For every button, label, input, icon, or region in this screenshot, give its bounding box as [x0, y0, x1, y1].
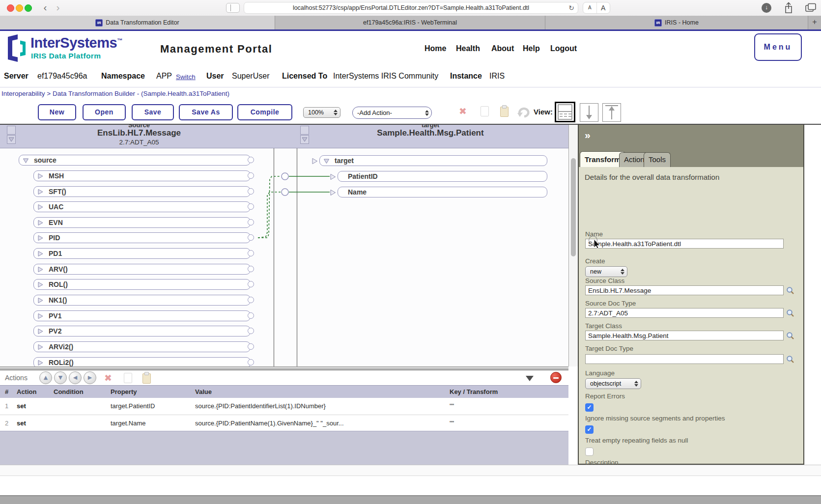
- expand-triangle-icon[interactable]: [37, 251, 43, 257]
- font-larger-button[interactable]: A: [597, 2, 610, 13]
- search-doctype-icon[interactable]: [786, 309, 794, 317]
- connector-port[interactable]: [248, 328, 254, 334]
- expand-triangle-icon[interactable]: [37, 328, 43, 335]
- search-doctype-icon[interactable]: [786, 355, 794, 364]
- zoom-window-button[interactable]: [25, 4, 32, 12]
- zoom-select[interactable]: 100%: [303, 107, 340, 118]
- source-doc-type-field[interactable]: [585, 308, 784, 318]
- connector-port[interactable]: [248, 157, 254, 163]
- connector-port[interactable]: [248, 234, 254, 241]
- tree-row-pv2[interactable]: PV2: [33, 326, 251, 336]
- connector-port[interactable]: [248, 343, 254, 350]
- nav-home[interactable]: Home: [425, 44, 446, 53]
- view-top-button[interactable]: [602, 103, 621, 122]
- tree-row-msh[interactable]: MSH: [33, 170, 251, 181]
- expand-triangle-icon[interactable]: [37, 235, 43, 241]
- expand-triangle-icon[interactable]: [37, 266, 43, 273]
- search-class-icon[interactable]: [786, 286, 794, 295]
- forward-button[interactable]: ›: [52, 1, 64, 13]
- collapse-panel-icon[interactable]: [526, 376, 534, 381]
- expand-triangle-icon[interactable]: [37, 360, 43, 366]
- name-field[interactable]: [585, 239, 784, 249]
- connector-port[interactable]: [248, 266, 254, 272]
- source-class-field[interactable]: [585, 285, 784, 295]
- tree-row-evn[interactable]: EVN: [33, 217, 251, 228]
- open-button[interactable]: Open: [83, 104, 126, 120]
- treat-empty-checkbox[interactable]: [585, 448, 594, 456]
- save-button[interactable]: Save: [132, 104, 174, 120]
- connector-port[interactable]: [248, 172, 254, 179]
- connector-port[interactable]: [248, 312, 254, 319]
- tree-row-pid[interactable]: PID: [33, 232, 251, 243]
- tab-tools[interactable]: Tools: [644, 152, 671, 167]
- tree-row-target-root[interactable]: target: [319, 155, 547, 166]
- connector-node[interactable]: [282, 173, 288, 180]
- move-down-button[interactable]: ▼: [54, 371, 67, 384]
- share-icon[interactable]: [784, 2, 793, 14]
- add-action-select[interactable]: -Add Action-: [352, 107, 432, 119]
- diagram-vertical-scrollbar[interactable]: [568, 125, 578, 366]
- tree-row-name[interactable]: Name: [338, 187, 547, 197]
- sidebar-toggle-icon[interactable]: [226, 3, 240, 13]
- expand-triangle-icon[interactable]: [37, 204, 43, 210]
- nav-health[interactable]: Health: [456, 44, 480, 53]
- target-class-field[interactable]: [585, 331, 784, 340]
- connector-port[interactable]: [248, 219, 254, 225]
- expand-triangle-icon[interactable]: [37, 281, 43, 288]
- view-bottom-button[interactable]: [580, 103, 598, 122]
- compile-button[interactable]: Compile: [237, 104, 292, 120]
- outdent-button[interactable]: ◀: [69, 371, 82, 384]
- tree-row-arvi2[interactable]: ARVi2(): [33, 341, 251, 352]
- tree-row-uac[interactable]: UAC: [33, 201, 251, 212]
- nav-about[interactable]: About: [491, 44, 514, 53]
- connector-port[interactable]: [248, 250, 254, 256]
- search-class-icon[interactable]: [786, 332, 794, 340]
- ignore-missing-checkbox[interactable]: ✓: [585, 425, 594, 434]
- expand-triangle-icon[interactable]: [37, 297, 43, 304]
- connector-port[interactable]: [248, 359, 254, 365]
- collapse-panel-icon[interactable]: »: [585, 129, 591, 141]
- back-button[interactable]: ‹: [39, 1, 51, 13]
- tab-data-transformation-editor[interactable]: IR Data Transformation Editor: [0, 16, 275, 29]
- font-smaller-button[interactable]: A: [583, 2, 597, 13]
- font-size-buttons[interactable]: A A: [583, 2, 610, 14]
- connector-port[interactable]: [248, 203, 254, 210]
- new-tab-button[interactable]: +: [808, 16, 821, 29]
- expand-triangle-icon[interactable]: [37, 173, 43, 179]
- report-errors-checkbox[interactable]: ✓: [585, 403, 594, 412]
- remove-panel-button[interactable]: [550, 372, 562, 383]
- menu-button[interactable]: Menu: [754, 33, 802, 61]
- connector-port[interactable]: [248, 297, 254, 303]
- tree-row-roli2[interactable]: ROLi2(): [33, 357, 251, 366]
- scroll-up-control[interactable]: [7, 126, 16, 135]
- indent-button[interactable]: ▶: [84, 371, 96, 384]
- switch-link[interactable]: Switch: [176, 73, 196, 81]
- language-select[interactable]: objectscript: [585, 378, 641, 389]
- nav-logout[interactable]: Logout: [550, 44, 577, 53]
- connector-node[interactable]: [282, 189, 288, 196]
- tree-row-nk1[interactable]: NK1(): [33, 295, 251, 306]
- expand-triangle-icon[interactable]: [37, 313, 43, 319]
- horizontal-splitter[interactable]: [0, 366, 568, 370]
- breadcrumb[interactable]: Interoperability > Data Transformation B…: [1, 90, 229, 97]
- expand-triangle-icon[interactable]: [37, 344, 43, 350]
- connector-port[interactable]: [248, 281, 254, 287]
- downloads-icon[interactable]: ↓: [762, 3, 771, 13]
- new-button[interactable]: New: [38, 104, 76, 120]
- connector-port[interactable]: [248, 188, 254, 195]
- scroll-down-control[interactable]: [7, 135, 16, 144]
- scroll-down-control[interactable]: [300, 135, 309, 144]
- target-doc-type-field[interactable]: [585, 354, 784, 364]
- tree-row-patientid[interactable]: PatientID: [338, 171, 547, 182]
- tree-row-pv1[interactable]: PV1: [33, 310, 251, 321]
- tab-iris-home[interactable]: IR IRIS - Home: [545, 16, 808, 29]
- collapse-triangle-icon[interactable]: [23, 157, 29, 164]
- tree-row-sft[interactable]: SFT(): [33, 186, 251, 197]
- collapse-triangle-icon[interactable]: [323, 158, 330, 164]
- move-up-button[interactable]: ▲: [39, 371, 52, 384]
- tab-overview-icon[interactable]: [805, 3, 817, 13]
- nav-help[interactable]: Help: [523, 44, 540, 53]
- save-as-button[interactable]: Save As: [179, 104, 233, 120]
- table-row[interactable]: 2 set target.Name source.{PID:PatientNam…: [0, 415, 568, 431]
- tab-webterminal[interactable]: ef179a45c96a:IRIS - WebTerminal: [275, 16, 545, 29]
